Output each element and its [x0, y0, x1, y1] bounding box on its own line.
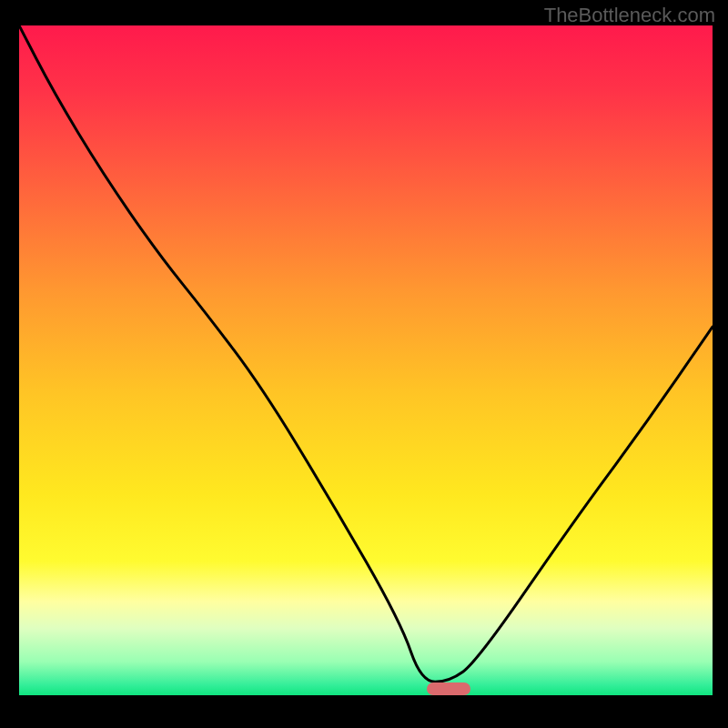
plot-area	[19, 25, 713, 695]
bottleneck-curve	[19, 25, 713, 695]
optimal-marker	[427, 682, 470, 695]
watermark-text: TheBottleneck.com	[544, 4, 715, 27]
